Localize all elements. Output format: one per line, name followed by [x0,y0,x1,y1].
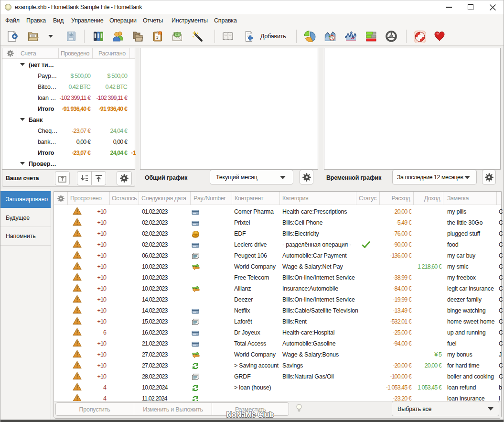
svg-text:3: 3 [156,35,159,40]
